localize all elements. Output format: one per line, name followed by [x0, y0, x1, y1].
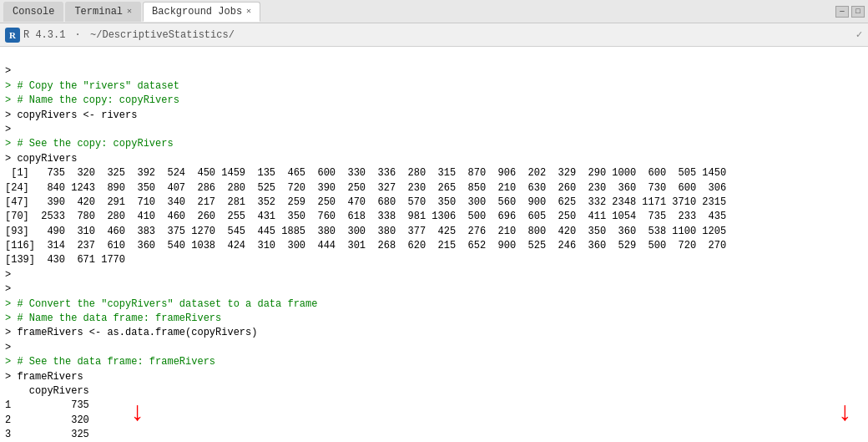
line-5: >	[5, 124, 11, 135]
line-4: > copyRivers <- rivers	[5, 109, 137, 121]
console-content[interactable]: > > # Copy the "rivers" dataset > # Name…	[0, 47, 868, 442]
line-23: copyRivers	[5, 385, 89, 397]
line-18: > # Name the data frame: frameRivers	[5, 312, 221, 324]
r-version: R 4.3.1	[23, 29, 65, 41]
line-22: > frameRivers	[5, 371, 83, 383]
console-wrapper: > > # Copy the "rivers" dataset > # Name…	[0, 47, 868, 442]
tab-terminal-close[interactable]: ✕	[127, 8, 132, 16]
line-11: [70] 2533 780 280 410 460 260 255 431 35…	[5, 211, 726, 222]
line-12: [93] 490 310 460 383 375 1270 545 445 18…	[5, 226, 726, 237]
line-19: > frameRivers <- as.data.frame(copyRiver…	[5, 327, 257, 338]
tab-console-label: Console	[13, 6, 54, 18]
line-10: [47] 390 420 291 710 340 217 281 352 259…	[5, 196, 726, 208]
tab-bar: Console Terminal ✕ Background Jobs ✕ ─ □	[0, 0, 868, 23]
working-directory: ~/DescriptiveStatistics/	[90, 29, 235, 41]
line-2: > # Copy the "rivers" dataset	[5, 80, 179, 92]
tab-terminal[interactable]: Terminal ✕	[65, 2, 141, 22]
line-3: > # Name the copy: copyRivers	[5, 94, 179, 106]
line-8: [1] 735 320 325 392 524 450 1459 135 465…	[5, 167, 726, 179]
line-6: > # See the copy: copyRivers	[5, 138, 174, 150]
line-21: > # See the data frame: frameRivers	[5, 356, 215, 368]
maximize-button[interactable]: □	[851, 6, 865, 18]
line-25: 2 320	[5, 414, 89, 426]
toolbar-separator: ·	[68, 29, 87, 41]
line-24: 1 735	[5, 399, 89, 411]
line-16: >	[5, 283, 11, 295]
line-7: > copyRivers	[5, 153, 77, 165]
line-13: [116] 314 237 610 360 540 1038 424 310 3…	[5, 240, 726, 251]
line-20: >	[5, 342, 11, 353]
tab-background-jobs[interactable]: Background Jobs ✕	[143, 2, 260, 22]
tab-background-jobs-label: Background Jobs	[152, 6, 242, 18]
tab-background-jobs-close[interactable]: ✕	[246, 8, 251, 16]
line-14: [139] 430 671 1770	[5, 254, 125, 266]
run-button[interactable]: ✓	[855, 29, 863, 40]
line-15: >	[5, 269, 11, 281]
line-17: > # Convert the "copyRivers" dataset to …	[5, 298, 317, 310]
minimize-button[interactable]: ─	[835, 6, 849, 18]
tab-terminal-label: Terminal	[74, 6, 123, 18]
r-logo: R	[5, 28, 20, 43]
line-9: [24] 840 1243 890 350 407 286 280 525 72…	[5, 182, 726, 194]
toolbar: R R 4.3.1 · ~/DescriptiveStatistics/ ✓	[0, 23, 868, 47]
line-26: 3 325	[5, 429, 89, 440]
line-1: >	[5, 65, 11, 77]
tab-console[interactable]: Console	[3, 2, 63, 22]
